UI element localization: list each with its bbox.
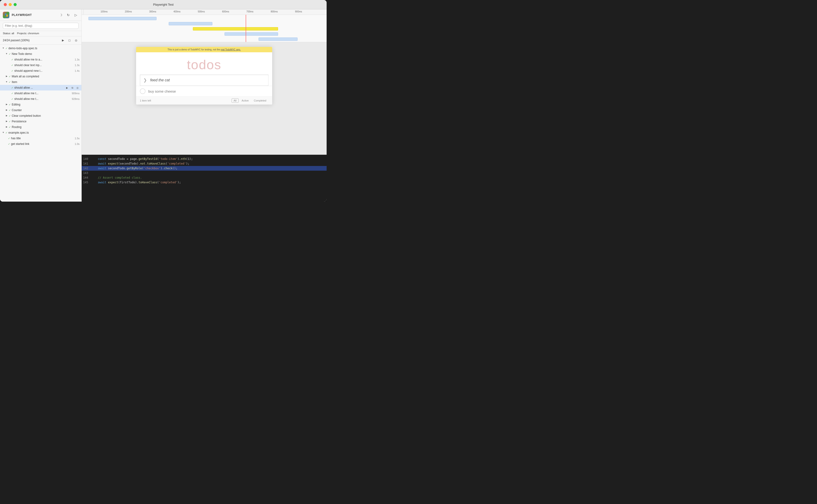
tab-completed[interactable]: Completed: [252, 98, 269, 103]
suite-item[interactable]: ✓ Item: [0, 79, 81, 85]
suite-mark-all[interactable]: ✓ Mark all as completed: [0, 74, 81, 79]
file-label: example.spec.ts: [8, 131, 79, 135]
tab-active[interactable]: Active: [240, 98, 251, 103]
todo-input[interactable]: [150, 75, 268, 85]
test-label: should append new i...: [14, 69, 74, 73]
test-label: should allow me to a...: [14, 57, 74, 62]
test-label: has title: [11, 136, 74, 140]
suite-counter[interactable]: ✓ Counter: [0, 107, 81, 113]
suite-clear-completed[interactable]: ✓ Clear completed button: [0, 113, 81, 119]
test-should-append-new[interactable]: ✓ should append new i... 1.4s: [0, 68, 81, 74]
pass-row: 24/24 passed (100%) ▶ ◻ ◎: [0, 36, 81, 45]
test-time: 1.3s: [75, 63, 79, 67]
pass-icon: ✓: [5, 131, 8, 135]
line-number: 144: [82, 176, 91, 180]
status-label: Status:: [3, 32, 11, 35]
file-item-example[interactable]: ✓ example.spec.ts: [0, 130, 81, 135]
line-content: await expect(secondTodo).not.toHaveClass…: [91, 162, 327, 166]
pass-icon: ✓: [9, 108, 11, 112]
run-all-button[interactable]: ▶: [60, 38, 65, 43]
pass-icon: ✓: [9, 120, 11, 124]
suite-label: Item: [12, 80, 79, 84]
todo-item-text: buy some cheese: [148, 89, 176, 93]
copy-test-button[interactable]: ⧉: [70, 86, 74, 90]
todo-tabs: All Active Completed: [232, 98, 269, 103]
test-label: should allow ...: [14, 86, 65, 90]
chevron-right-icon: [5, 126, 8, 128]
chevron-right-icon: [5, 103, 8, 106]
timeline-bar-yellow: [193, 27, 278, 30]
traffic-lights: [4, 3, 17, 6]
chevron-down-icon: [5, 53, 8, 55]
timeline-bar: [259, 38, 298, 41]
pass-actions: ▶ ◻ ◎: [60, 38, 79, 43]
test-time: 1.4s: [75, 69, 79, 73]
code-line-140: 140 const secondTodo = page.getByTestId(…: [82, 157, 327, 161]
suite-routing[interactable]: ✓ Routing: [0, 124, 81, 130]
test-should-allow-me-t2[interactable]: ✓ should allow me t... 928ms: [0, 96, 81, 102]
test-get-started-link[interactable]: ✓ get started link 1.0s: [0, 141, 81, 147]
test-time: 909ms: [72, 91, 79, 95]
suite-label: Counter: [12, 108, 79, 112]
minimize-button[interactable]: [9, 3, 12, 6]
line-content: const secondTodo = page.getByTestId('tod…: [91, 157, 327, 161]
suite-label: Editing: [12, 102, 79, 107]
right-panel: 100ms 200ms 300ms 400ms 500ms 600ms 700m…: [82, 9, 327, 202]
pass-icon: ✓: [11, 58, 13, 62]
watch-test-button[interactable]: ◎: [75, 86, 79, 90]
forward-button[interactable]: ▷: [73, 12, 79, 18]
todo-checkbox[interactable]: [140, 88, 145, 94]
banner-text: This is just a demo of TodoMVC for testi…: [167, 48, 220, 51]
test-should-clear-text[interactable]: ✓ should clear text inp... 1.3s: [0, 62, 81, 68]
test-label: should allow me t...: [14, 91, 71, 95]
pass-count: 24/24 passed (100%): [3, 39, 58, 42]
todo-count: 1 item left: [140, 99, 232, 102]
tick-600ms: 600ms: [222, 10, 229, 13]
test-label: should allow me t...: [14, 97, 71, 101]
sidebar-header: 🎭 PLAYWRIGHT ☽ ↻ ▷: [0, 9, 81, 21]
close-button[interactable]: [4, 3, 7, 6]
line-number: 145: [82, 180, 91, 184]
run-test-button[interactable]: ▶: [65, 86, 69, 90]
theme-toggle-button[interactable]: ☽: [58, 12, 64, 18]
test-should-allow-me-a[interactable]: ✓ should allow me to a... 1.3s: [0, 57, 81, 62]
tab-all[interactable]: All: [232, 98, 239, 103]
tick-300ms: 300ms: [149, 10, 156, 13]
test-label: should clear text inp...: [14, 63, 74, 67]
test-should-allow-me-t1[interactable]: ✓ should allow me t... 909ms: [0, 90, 81, 96]
filter-row: [0, 21, 81, 31]
filter-input[interactable]: [3, 23, 79, 29]
suite-label: Mark all as completed: [12, 74, 79, 79]
line-number: 142: [82, 166, 91, 170]
maximize-button[interactable]: [14, 3, 17, 6]
suite-label: New Todo demo: [12, 52, 79, 56]
tick-500ms: 500ms: [198, 10, 205, 13]
line-content: await secondTodo.getByRole('checkbox').c…: [91, 166, 327, 170]
refresh-button[interactable]: ↻: [65, 12, 71, 18]
banner-link[interactable]: real TodoMVC app.: [221, 48, 241, 51]
code-area: 140 const secondTodo = page.getByTestId(…: [82, 155, 327, 202]
main-window: Playwright Test 🎭 PLAYWRIGHT ☽ ↻ ▷ Sta: [0, 0, 327, 202]
pass-icon: ✓: [8, 142, 10, 146]
test-has-title[interactable]: ✓ has title 1.5s: [0, 135, 81, 141]
test-should-allow-current[interactable]: ✓ should allow ... ▶ ⧉ ◎: [0, 85, 81, 90]
test-tree: ✓ demo-todo-app.spec.ts ✓ New Todo demo …: [0, 45, 81, 202]
projects-value: chromium: [28, 32, 39, 35]
pass-icon: ✓: [9, 75, 11, 79]
suite-editing[interactable]: ✓ Editing: [0, 102, 81, 107]
stop-button[interactable]: ◻: [67, 38, 72, 43]
suite-label: Routing: [12, 125, 79, 129]
pass-icon: ✓: [11, 91, 13, 95]
watch-button[interactable]: ◎: [73, 38, 79, 43]
line-number: 141: [82, 162, 91, 166]
projects-label: Projects:: [17, 32, 27, 35]
window-title: Playwright Test: [153, 3, 173, 6]
chevron-right-icon: [5, 114, 8, 117]
suite-persistence[interactable]: ✓ Persistence: [0, 119, 81, 124]
toggle-all-button[interactable]: ❯: [140, 75, 150, 86]
suite-new-todo[interactable]: ✓ New Todo demo: [0, 51, 81, 57]
file-item-demo-todo[interactable]: ✓ demo-todo-app.spec.ts: [0, 45, 81, 51]
pass-icon: ✓: [11, 97, 13, 101]
sidebar: 🎭 PLAYWRIGHT ☽ ↻ ▷ Status: all Projects:…: [0, 9, 82, 202]
sidebar-header-actions: ☽ ↻ ▷: [58, 12, 79, 18]
